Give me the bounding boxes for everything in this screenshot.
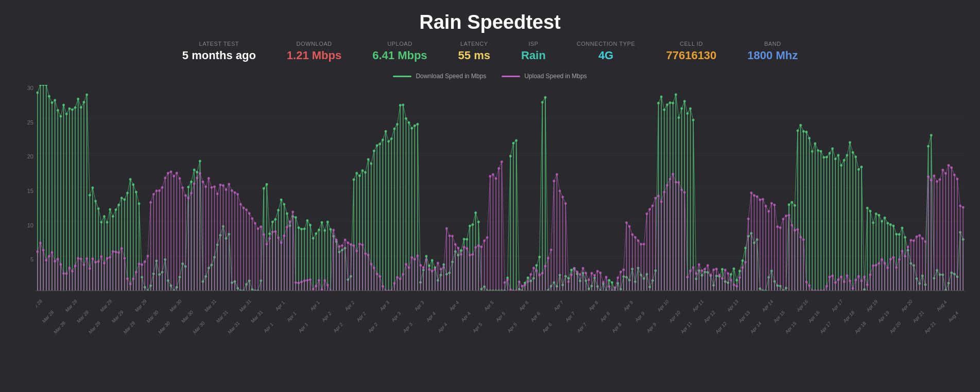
svg-point-1098 bbox=[414, 258, 416, 261]
svg-text:Apr 13: Apr 13 bbox=[738, 310, 751, 324]
svg-point-542 bbox=[657, 102, 660, 104]
svg-point-1008 bbox=[152, 193, 155, 195]
svg-point-1222 bbox=[773, 204, 776, 206]
svg-point-381 bbox=[190, 181, 193, 183]
svg-point-589 bbox=[794, 204, 796, 207]
svg-point-1191 bbox=[683, 191, 686, 193]
svg-point-441 bbox=[364, 171, 367, 174]
svg-point-1184 bbox=[663, 191, 665, 193]
svg-point-1006 bbox=[146, 255, 149, 257]
svg-point-1021 bbox=[190, 192, 193, 194]
svg-point-501 bbox=[538, 256, 541, 258]
svg-point-615 bbox=[869, 210, 871, 212]
svg-point-412 bbox=[280, 199, 283, 201]
svg-point-454 bbox=[402, 103, 404, 106]
svg-point-1128 bbox=[501, 161, 503, 163]
svg-point-427 bbox=[323, 229, 326, 231]
svg-point-409 bbox=[271, 221, 274, 223]
svg-point-1019 bbox=[184, 194, 187, 197]
svg-text:Apr 19: Apr 19 bbox=[877, 310, 890, 324]
svg-point-1214 bbox=[750, 191, 752, 194]
svg-text:Mar 30: Mar 30 bbox=[192, 320, 205, 335]
cell-id-value: 77616130 bbox=[666, 49, 716, 62]
svg-point-1125 bbox=[492, 173, 494, 176]
svg-text:Mar 28: Mar 28 bbox=[53, 320, 66, 335]
svg-point-993 bbox=[109, 256, 111, 259]
svg-point-610 bbox=[854, 155, 857, 158]
svg-point-1261 bbox=[886, 266, 889, 269]
svg-point-1053 bbox=[283, 235, 285, 237]
svg-point-612 bbox=[861, 166, 863, 168]
stats-row: LATEST TEST 5 months ago DOWNLOAD 1.21 M… bbox=[0, 41, 980, 62]
svg-point-614 bbox=[866, 207, 869, 209]
svg-point-1014 bbox=[170, 170, 173, 173]
svg-point-1033 bbox=[225, 188, 228, 191]
svg-point-1242 bbox=[831, 274, 834, 277]
svg-point-363 bbox=[138, 202, 141, 205]
svg-point-1198 bbox=[703, 268, 706, 270]
svg-point-1109 bbox=[445, 227, 448, 230]
svg-point-1241 bbox=[829, 276, 831, 278]
svg-point-1197 bbox=[701, 270, 703, 272]
download-value: 1.21 Mbps bbox=[287, 49, 341, 62]
svg-point-1032 bbox=[222, 184, 225, 187]
svg-text:Apr 15: Apr 15 bbox=[773, 310, 786, 324]
svg-point-1182 bbox=[657, 194, 660, 197]
svg-point-595 bbox=[811, 150, 814, 153]
svg-point-1130 bbox=[506, 278, 509, 281]
svg-point-446 bbox=[379, 142, 381, 145]
isp-value: Rain bbox=[521, 49, 546, 62]
svg-point-1286 bbox=[959, 204, 961, 207]
band-value: 1800 Mhz bbox=[747, 49, 798, 62]
svg-point-493 bbox=[515, 139, 518, 142]
svg-text:Apr 5: Apr 5 bbox=[472, 322, 483, 334]
svg-text:Mar 28: Mar 28 bbox=[76, 309, 90, 324]
svg-text:Apr 2: Apr 2 bbox=[356, 311, 367, 323]
svg-point-1200 bbox=[710, 274, 712, 276]
svg-text:Apr 5: Apr 5 bbox=[495, 311, 506, 323]
svg-point-1245 bbox=[840, 276, 843, 278]
svg-point-1113 bbox=[457, 246, 459, 249]
svg-point-1075 bbox=[347, 241, 349, 244]
svg-point-1134 bbox=[518, 280, 521, 283]
svg-point-1260 bbox=[884, 262, 886, 264]
svg-point-1251 bbox=[857, 275, 860, 278]
svg-point-1151 bbox=[567, 280, 570, 283]
svg-point-1036 bbox=[234, 191, 236, 194]
svg-point-1082 bbox=[367, 254, 370, 256]
svg-point-1068 bbox=[326, 284, 329, 287]
svg-point-570 bbox=[738, 270, 741, 272]
svg-text:Apr 4: Apr 4 bbox=[460, 311, 472, 323]
svg-point-1138 bbox=[529, 273, 532, 276]
svg-point-422 bbox=[309, 224, 312, 226]
svg-point-360 bbox=[129, 178, 132, 181]
svg-point-1158 bbox=[588, 278, 590, 281]
svg-point-987 bbox=[91, 257, 94, 260]
svg-point-1030 bbox=[216, 192, 219, 195]
svg-text:Apr 17: Apr 17 bbox=[819, 320, 832, 334]
svg-point-1106 bbox=[437, 262, 439, 264]
svg-point-1071 bbox=[335, 239, 338, 241]
legend-download-label: Download Speed in Mbps bbox=[416, 73, 486, 80]
svg-point-343 bbox=[80, 106, 82, 109]
svg-point-1080 bbox=[361, 243, 364, 246]
svg-point-976 bbox=[59, 263, 62, 266]
svg-point-340 bbox=[71, 108, 74, 111]
svg-point-453 bbox=[399, 104, 402, 106]
svg-point-616 bbox=[872, 222, 874, 224]
svg-point-596 bbox=[814, 142, 816, 145]
svg-point-1146 bbox=[553, 180, 555, 182]
svg-point-1001 bbox=[132, 278, 134, 280]
svg-point-998 bbox=[123, 257, 126, 259]
svg-text:Apr 15: Apr 15 bbox=[784, 320, 797, 334]
svg-point-1024 bbox=[199, 172, 201, 174]
svg-point-1192 bbox=[686, 276, 689, 278]
svg-point-335 bbox=[57, 109, 59, 112]
svg-point-1243 bbox=[834, 281, 837, 284]
svg-point-1256 bbox=[872, 264, 874, 267]
svg-point-590 bbox=[797, 129, 799, 132]
svg-point-1067 bbox=[323, 279, 326, 282]
svg-point-336 bbox=[59, 115, 62, 117]
svg-point-442 bbox=[367, 158, 370, 161]
svg-point-551 bbox=[683, 100, 686, 102]
